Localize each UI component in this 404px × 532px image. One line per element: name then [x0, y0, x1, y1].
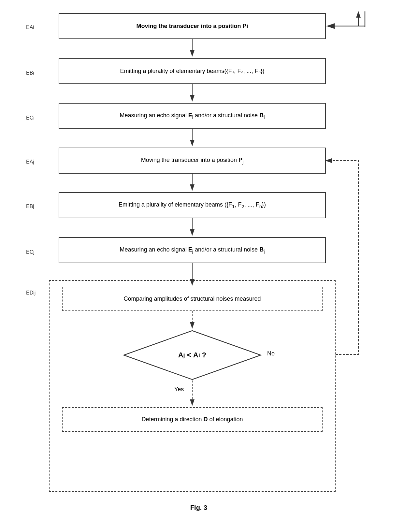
step8-box: Determining a direction D of elongation [62, 407, 323, 432]
step6-box: Measuring an echo signal Ej and/or a str… [59, 237, 326, 263]
diamond-label: Aj < Ai ? [121, 329, 264, 381]
label-EBj: EBj [26, 204, 34, 209]
step2-box: Emitting a plurality of elementary beams… [59, 58, 326, 84]
step2-label: Emitting a plurality of elementary beams… [120, 67, 264, 75]
step1-box: Moving the transducer into a position Pi [59, 13, 326, 39]
diamond-container: Aj < Ai ? [121, 329, 264, 382]
label-ECi: ECi [26, 115, 35, 121]
step3-text: Measuring an echo signal Ei and/or a str… [120, 112, 265, 120]
figure-label: Fig. 3 [26, 504, 371, 511]
EDij-outer-box [49, 280, 336, 492]
yes-label: Yes [174, 386, 184, 393]
no-label: No [267, 350, 275, 357]
step6-text: Measuring an echo signal Ej and/or a str… [120, 246, 265, 254]
step1-label: Moving the transducer into a position Pi [136, 23, 248, 30]
step4-label: Moving the transducer into a position Pj [141, 157, 244, 165]
label-ECj: ECj [26, 249, 35, 255]
step7-label: Comparing amplitudes of structural noise… [123, 295, 261, 302]
step7-box: Comparing amplitudes of structural noise… [62, 287, 323, 311]
step8-label: Determining a direction D of elongation [141, 416, 243, 423]
step3-box: Measuring an echo signal Ei and/or a str… [59, 103, 326, 129]
label-EBi: EBi [26, 70, 34, 76]
step4-box: Moving the transducer into a position Pj [59, 148, 326, 174]
label-EAi: EAi [26, 24, 34, 30]
step5-label: Emitting a plurality of elementary beams… [119, 201, 266, 209]
label-EDij: EDij [26, 290, 36, 296]
label-EAj: EAj [26, 159, 34, 165]
step5-box: Emitting a plurality of elementary beams… [59, 192, 326, 218]
